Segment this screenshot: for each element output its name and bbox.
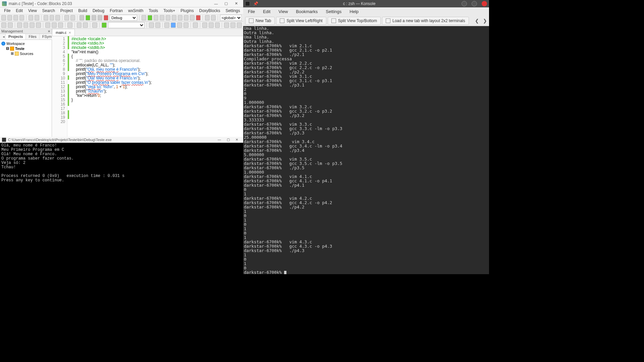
- cb-menu-doxyblocks[interactable]: DoxyBlocks: [197, 8, 223, 14]
- replace-icon[interactable]: [70, 15, 75, 20]
- cb-close-button[interactable]: ✕: [231, 1, 241, 7]
- mgmt-tabs-scroll-left[interactable]: ◂: [0, 34, 6, 40]
- cb-menu-plugins[interactable]: Plugins: [178, 8, 196, 14]
- cb-minimize-button[interactable]: —: [211, 1, 221, 7]
- debug-run-to-cursor-icon[interactable]: [154, 15, 158, 20]
- tab-nav-prev-icon[interactable]: ❮: [475, 18, 479, 23]
- cb-menu-edit[interactable]: Edit: [13, 8, 25, 14]
- highlight-icon[interactable]: [164, 22, 169, 28]
- build-target-select[interactable]: Debug: [110, 15, 137, 21]
- cut-icon[interactable]: [44, 15, 48, 20]
- cb-menu-view[interactable]: View: [25, 8, 40, 14]
- cb-maximize-button[interactable]: ▢: [221, 1, 231, 7]
- cb-menu-settings[interactable]: Settings: [223, 8, 243, 14]
- cb-menu-tools[interactable]: Tools+: [161, 8, 178, 14]
- redo-icon[interactable]: [35, 15, 39, 20]
- console-close-button[interactable]: ✕: [232, 138, 241, 141]
- scope-select[interactable]: <global>: [220, 15, 242, 21]
- regex-icon[interactable]: [183, 22, 189, 28]
- debug-info-icon[interactable]: [211, 15, 216, 20]
- console-minimize-button[interactable]: —: [215, 138, 224, 141]
- cb-menu-debug[interactable]: Debug: [90, 8, 107, 14]
- cb-menu-tools[interactable]: Tools: [146, 8, 161, 14]
- rebuild-icon[interactable]: [98, 15, 102, 20]
- tree-project[interactable]: ⊟ Teste: [6, 46, 50, 51]
- cb-menu-search[interactable]: Search: [40, 8, 58, 14]
- debug-step-into-icon[interactable]: [166, 15, 170, 20]
- bookmark-clear-icon[interactable]: [36, 22, 41, 28]
- cb-menu-file[interactable]: File: [1, 8, 13, 14]
- tree-workspace[interactable]: Workspace: [1, 41, 50, 46]
- selection-icon[interactable]: [171, 22, 176, 28]
- jump-back-icon[interactable]: [77, 22, 82, 28]
- debug-step-instr-icon[interactable]: [184, 15, 189, 20]
- console-output[interactable]: Olá, meu nome é Franco! Meu Primeiro Pro…: [0, 143, 243, 362]
- run-icon[interactable]: [86, 15, 90, 20]
- pin-icon[interactable]: 📌: [253, 1, 258, 6]
- konsole-menu-file[interactable]: File: [244, 8, 259, 15]
- mgmt-tab-files[interactable]: Files: [26, 34, 39, 40]
- cb-menu-build[interactable]: Build: [75, 8, 90, 14]
- debug-windows-icon[interactable]: [205, 15, 210, 20]
- doxy-block-icon[interactable]: [52, 22, 57, 28]
- konsole-minimize-button[interactable]: [462, 1, 467, 6]
- debug-break-icon[interactable]: [190, 15, 195, 20]
- symbol-select[interactable]: [108, 22, 145, 28]
- nav-back-icon[interactable]: [1, 22, 6, 28]
- editor-tab-close-icon[interactable]: ✕: [68, 31, 71, 35]
- layout-2x2-button[interactable]: Load a new tab with layout 2x2 terminals: [382, 17, 469, 25]
- split-left-right-button[interactable]: Split View Left/Right: [276, 17, 326, 25]
- dox-b-icon[interactable]: [209, 22, 214, 28]
- konsole-close-button[interactable]: [482, 1, 487, 6]
- nav-forward-icon[interactable]: [8, 22, 13, 28]
- new-tab-button[interactable]: New Tab: [245, 17, 275, 25]
- konsole-maximize-button[interactable]: [472, 1, 477, 6]
- paste-icon[interactable]: [55, 15, 60, 20]
- konsole-menu-help[interactable]: Help: [345, 8, 363, 15]
- open-file-icon[interactable]: [7, 15, 12, 20]
- konsole-terminal[interactable]: Uma linha. Outra linha. Uma linha. Outra…: [243, 26, 489, 274]
- abort-icon[interactable]: [104, 15, 108, 20]
- tab-nav-next-icon[interactable]: ❯: [483, 18, 487, 23]
- bookmark-prev-icon[interactable]: [23, 22, 29, 28]
- copy-icon[interactable]: [50, 15, 54, 20]
- debug-toolbar-icon[interactable]: [142, 15, 146, 20]
- doxy-line-icon[interactable]: [58, 22, 63, 28]
- cb-menu-fortran[interactable]: Fortran: [107, 8, 125, 14]
- konsole-titlebar[interactable]: 📌 c : zsh — Konsole: [243, 0, 489, 7]
- console-titlebar[interactable]: C:\Users\Franco\Desktop\cb\Projeto\Teste…: [0, 137, 243, 143]
- new-file-icon[interactable]: [1, 15, 6, 20]
- build-run-icon[interactable]: [92, 15, 96, 20]
- dox-html-icon[interactable]: [230, 22, 235, 28]
- jump-forward-icon[interactable]: [83, 22, 88, 28]
- dox-chm-icon[interactable]: [237, 22, 242, 28]
- editor-tab-mainc[interactable]: main.c ✕: [52, 29, 75, 36]
- select-tool-icon[interactable]: [193, 22, 198, 28]
- dox-run-icon[interactable]: [224, 22, 229, 28]
- debug-next-instr-icon[interactable]: [178, 15, 182, 20]
- run-small-icon[interactable]: [102, 22, 107, 28]
- konsole-menu-bookmarks[interactable]: Bookmarks: [292, 8, 322, 15]
- bookmark-next-icon[interactable]: [30, 22, 35, 28]
- goto-icon[interactable]: [92, 22, 97, 28]
- case-icon[interactable]: [177, 22, 182, 28]
- cb-menu-project[interactable]: Project: [58, 8, 75, 14]
- debug-step-out-icon[interactable]: [172, 15, 176, 20]
- misc-tool-icon[interactable]: [67, 22, 72, 28]
- console-maximize-button[interactable]: ▢: [224, 138, 232, 141]
- save-all-icon[interactable]: [19, 15, 24, 20]
- debug-start-icon[interactable]: [148, 15, 152, 20]
- undo-icon[interactable]: [29, 15, 33, 20]
- save-icon[interactable]: [13, 15, 18, 20]
- prev-func-icon[interactable]: [149, 22, 154, 28]
- find-icon[interactable]: [64, 15, 69, 20]
- next-func-icon[interactable]: [155, 22, 160, 28]
- konsole-menu-settings[interactable]: Settings: [322, 8, 345, 15]
- editor-area[interactable]: 1234567891011121314151617181920 #include…: [52, 36, 243, 137]
- konsole-menu-edit[interactable]: Edit: [259, 8, 274, 15]
- konsole-menu-view[interactable]: View: [274, 8, 292, 15]
- code-content[interactable]: #include <locale.h>#include <stdio.h>#in…: [69, 36, 243, 137]
- bookmark-toggle-icon[interactable]: [17, 22, 22, 28]
- doxy-comment-icon[interactable]: [45, 22, 50, 28]
- split-top-bottom-button[interactable]: Split View Top/Bottom: [328, 17, 381, 25]
